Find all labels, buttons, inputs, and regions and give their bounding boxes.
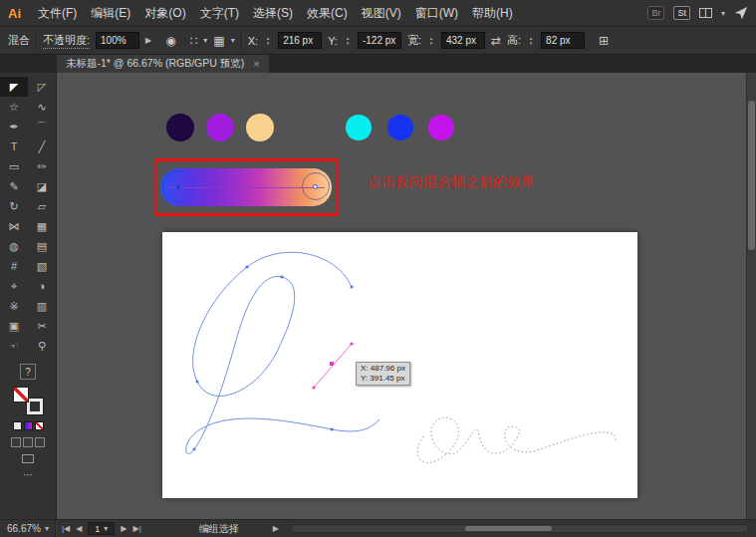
blend-tool[interactable]: ◑: [28, 276, 56, 296]
scale-tool[interactable]: ▱: [28, 196, 56, 216]
fill-swatch[interactable]: [13, 387, 29, 403]
draw-normal-icon[interactable]: [11, 437, 21, 447]
blend-object[interactable]: [160, 168, 332, 206]
slice-tool[interactable]: ✂: [28, 316, 56, 336]
edit-toolbar-icon[interactable]: ⋯: [23, 470, 33, 480]
artboard-navigation: |◀ ◀ 1 ▾ ▶ ▶|: [62, 522, 141, 535]
recolor-artwork-icon[interactable]: ◉: [165, 35, 175, 47]
eyedropper-tool[interactable]: ⌖: [0, 276, 28, 296]
pencil-tool[interactable]: ✎: [0, 176, 28, 196]
pen-tool[interactable]: ✒: [0, 117, 28, 136]
artboard-tool[interactable]: ▣: [0, 316, 28, 336]
direct-selection-tool[interactable]: ◸: [28, 77, 56, 97]
horizontal-scrollbar[interactable]: [291, 524, 749, 533]
color-button[interactable]: [13, 421, 22, 430]
gradient-tool[interactable]: ▧: [28, 256, 56, 276]
menu-view[interactable]: 视图(V): [355, 0, 408, 26]
document-tab-title: 未标题-1* @ 66.67% (RGB/GPU 预览): [66, 57, 244, 71]
swatch-circle-cyan[interactable]: [346, 115, 372, 140]
bridge-badge[interactable]: Br: [647, 6, 664, 20]
curvature-tool[interactable]: ⌒: [28, 117, 56, 136]
rotate-tool[interactable]: ↻: [0, 196, 28, 216]
height-input[interactable]: 82 px: [541, 32, 585, 49]
opacity-caret-icon[interactable]: ▶: [145, 36, 151, 45]
menu-help[interactable]: 帮助(H): [465, 0, 520, 26]
menu-select[interactable]: 选择(S): [246, 0, 300, 26]
draw-inside-icon[interactable]: [35, 437, 45, 447]
opacity-label[interactable]: 不透明度:: [43, 33, 90, 49]
draw-behind-icon[interactable]: [23, 437, 33, 447]
last-artboard-icon[interactable]: ▶|: [133, 524, 141, 533]
workspace-chevron-icon[interactable]: ▾: [721, 9, 725, 18]
swatch-circle-blue[interactable]: [387, 115, 413, 140]
symbol-sprayer-tool[interactable]: ※: [0, 296, 28, 316]
column-graph-tool[interactable]: ▥: [28, 296, 56, 316]
perspective-grid-tool[interactable]: ▤: [28, 236, 56, 256]
align-caret-icon[interactable]: ▾: [203, 36, 207, 45]
shape-builder-tool[interactable]: ◍: [0, 236, 28, 256]
fill-stroke-control[interactable]: [13, 387, 43, 414]
align-icon[interactable]: ∷: [190, 35, 198, 47]
horizontal-scrollbar-thumb[interactable]: [465, 526, 552, 531]
eraser-tool[interactable]: ◪: [28, 176, 56, 196]
stroke-swatch[interactable]: [27, 399, 43, 414]
arrange-documents-icon[interactable]: [699, 8, 712, 18]
artboard-caret-icon[interactable]: ▾: [104, 524, 108, 533]
zoom-tool[interactable]: ⚲: [28, 336, 56, 356]
stock-badge[interactable]: St: [673, 6, 690, 20]
unknown-glyph-badge: ?: [20, 364, 36, 380]
gradient-button[interactable]: [24, 421, 33, 430]
constrain-proportions-icon[interactable]: ⇄: [491, 35, 501, 47]
y-stepper[interactable]: ▴▾: [344, 36, 352, 46]
transform-icon[interactable]: ⊞: [599, 35, 609, 47]
menu-file[interactable]: 文件(F): [31, 0, 84, 26]
height-stepper[interactable]: ▴▾: [527, 36, 535, 46]
swatch-circle-violet[interactable]: [206, 114, 234, 141]
menu-object[interactable]: 对象(O): [137, 0, 192, 26]
magic-wand-tool[interactable]: ☆: [0, 97, 28, 117]
type-tool[interactable]: T: [0, 136, 28, 156]
distribute-caret-icon[interactable]: ▾: [231, 36, 235, 45]
mesh-tool[interactable]: #: [0, 256, 28, 276]
y-input[interactable]: -122 px: [358, 32, 401, 49]
menu-type[interactable]: 文字(T): [193, 0, 246, 26]
menu-window[interactable]: 窗口(W): [408, 0, 465, 26]
swatch-circle-peach[interactable]: [246, 114, 274, 141]
x-stepper[interactable]: ▴▾: [264, 36, 272, 46]
line-tool[interactable]: ╱: [28, 136, 56, 156]
lasso-tool[interactable]: ∿: [28, 97, 56, 117]
swatch-circle-dark-indigo[interactable]: [166, 114, 194, 141]
width-input[interactable]: 432 px: [441, 32, 485, 49]
vertical-scrollbar[interactable]: [746, 73, 756, 519]
menu-effect[interactable]: 效果(C): [300, 0, 355, 26]
zoom-caret-icon[interactable]: ▾: [45, 524, 49, 533]
close-icon[interactable]: ×: [253, 58, 259, 70]
free-transform-tool[interactable]: ▦: [28, 216, 56, 236]
hand-tool[interactable]: ☜: [0, 336, 28, 356]
artboard-number-box[interactable]: 1 ▾: [88, 522, 115, 535]
width-tool[interactable]: ⋈: [0, 216, 28, 236]
opacity-input[interactable]: 100%: [96, 32, 139, 49]
status-chevron-icon[interactable]: ▶: [273, 524, 279, 533]
next-artboard-icon[interactable]: ▶: [121, 524, 126, 533]
document-tab[interactable]: 未标题-1* @ 66.67% (RGB/GPU 预览) ×: [57, 55, 269, 73]
prev-artboard-icon[interactable]: ◀: [76, 524, 82, 533]
distribute-icon[interactable]: ▦: [213, 35, 224, 47]
swatch-circle-magenta[interactable]: [428, 115, 454, 140]
share-icon[interactable]: [734, 6, 748, 20]
y-label: Y:: [328, 35, 338, 47]
width-stepper[interactable]: ▴▾: [427, 36, 435, 46]
zoom-control[interactable]: 66.67% ▾: [7, 523, 49, 534]
rectangle-tool[interactable]: ▭: [0, 156, 28, 176]
annotation-text[interactable]: 点击反向混合轴之后的效果: [368, 173, 535, 191]
vertical-scrollbar-thumb[interactable]: [748, 101, 755, 250]
canvas[interactable]: 点击反向混合轴之后的效果 X: 487: [57, 73, 756, 519]
screen-mode-icon[interactable]: [22, 454, 34, 463]
status-text: 编组选择: [199, 522, 239, 536]
first-artboard-icon[interactable]: |◀: [62, 524, 70, 533]
none-button[interactable]: [35, 421, 44, 430]
menu-edit[interactable]: 编辑(E): [84, 0, 137, 26]
x-input[interactable]: 216 px: [278, 32, 322, 49]
selection-tool[interactable]: ◤: [0, 77, 28, 97]
paintbrush-tool[interactable]: ✏: [28, 156, 56, 176]
